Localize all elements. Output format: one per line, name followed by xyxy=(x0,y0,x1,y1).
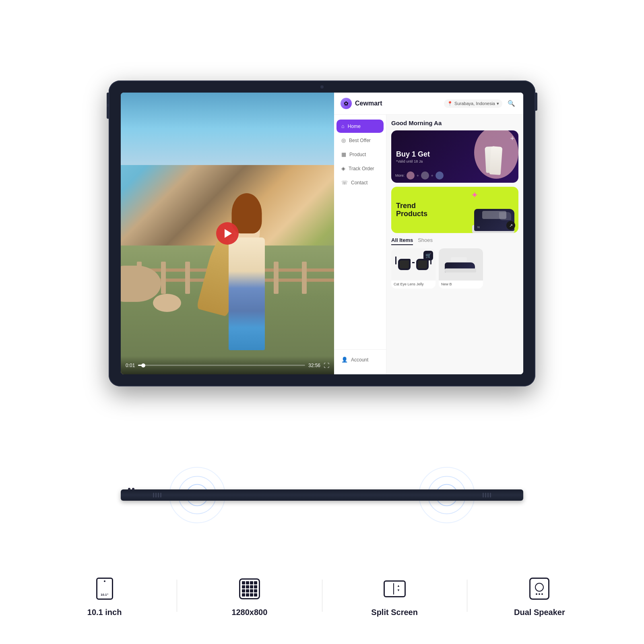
more-label: More: xyxy=(395,173,405,178)
nav-home-label: Home xyxy=(348,124,361,129)
split-icon-wrap: ▲ ▼ xyxy=(380,575,409,603)
tablet-camera-dot xyxy=(104,580,105,582)
track-icon: ◈ xyxy=(341,165,345,171)
location-text: Surabaya, Indonesia xyxy=(454,101,495,106)
nav-product-label: Product xyxy=(349,152,366,157)
grid-cell xyxy=(254,581,257,584)
power-button[interactable] xyxy=(535,93,537,111)
spec-size: 10.1 inch xyxy=(32,575,177,617)
search-button[interactable]: 🔍 xyxy=(506,98,517,109)
progress-bar[interactable] xyxy=(138,365,305,366)
grid-cell xyxy=(250,593,253,597)
grid-cell xyxy=(242,585,245,588)
add-to-cart-button-1[interactable]: 🛒 xyxy=(423,251,433,260)
speaker-circle-top xyxy=(535,583,544,592)
nav-product[interactable]: ▦ Product xyxy=(336,148,384,161)
product-label-1: Cat Eye Lens Jelly xyxy=(391,281,436,289)
location-button[interactable]: 📍 Surabaya, Indonesia ▾ xyxy=(444,99,502,108)
product-card-1[interactable]: 🛒 Cat Eye Lens Jelly xyxy=(391,248,436,289)
app-main-content: Good Morning Aa Buy 1 Get *Vali xyxy=(386,115,523,374)
progress-scrubber[interactable] xyxy=(141,363,145,367)
grid-cell xyxy=(242,593,245,597)
tablet-size-icon xyxy=(96,578,113,600)
promo-banner[interactable]: Buy 1 Get *Valid until 18 Ja + More: + + xyxy=(391,130,518,183)
fence-post xyxy=(161,262,166,294)
tab-shoes[interactable]: Shoes xyxy=(418,237,433,245)
app-sidebar: ⌂ Home ◎ Best Offer ▦ Product ◈ xyxy=(334,115,386,374)
grid-cell xyxy=(246,589,249,592)
grid-cell xyxy=(254,593,257,597)
person-body xyxy=(229,237,265,350)
items-grid: 🛒 Cat Eye Lens Jelly xyxy=(391,248,518,289)
speaker-dot xyxy=(485,493,486,497)
video-player[interactable]: 0:01 32:56 ⛶ xyxy=(121,93,334,374)
side-btn-1 xyxy=(128,488,130,490)
brand-mark: N xyxy=(477,225,480,229)
spec-size-label: 10.1 inch xyxy=(87,608,122,617)
items-tabs: All Items Shoes xyxy=(391,237,518,245)
spec-speaker-label: Dual Speaker xyxy=(514,608,565,617)
trend-star-icon: ✦ xyxy=(471,190,478,200)
speaker-dot-3 xyxy=(541,593,543,595)
app-header: ✿ Cewmart 📍 Surabaya, Indonesia ▾ 🔍 xyxy=(334,93,523,115)
trend-banner[interactable]: TrendProducts ✦ N xyxy=(391,187,518,233)
more-item-1[interactable] xyxy=(407,171,415,180)
scene-sky xyxy=(121,93,334,165)
play-icon xyxy=(225,229,232,238)
size-icon-wrap xyxy=(91,575,119,603)
side-btn-2 xyxy=(132,488,134,490)
more-item-2[interactable] xyxy=(421,171,429,180)
nav-track-order[interactable]: ◈ Track Order xyxy=(336,162,384,175)
play-button[interactable] xyxy=(216,222,239,245)
nav-contact-label: Contact xyxy=(351,180,367,186)
grid-cell xyxy=(246,593,249,597)
split-screen-icon: ▲ ▼ xyxy=(384,580,406,597)
product-image-1: 🛒 xyxy=(391,248,436,281)
product-card-2[interactable]: New B xyxy=(439,248,483,289)
volume-down-button[interactable] xyxy=(107,107,109,118)
nav-home[interactable]: ⌂ Home xyxy=(336,120,384,133)
sg-lens-left xyxy=(398,259,411,270)
sg-bridge xyxy=(412,262,415,263)
right-speaker-grille xyxy=(483,493,491,497)
grid-cell xyxy=(246,585,249,588)
nav-account[interactable]: 👤 Account xyxy=(336,353,384,366)
chevron-down-icon: ▾ xyxy=(497,101,499,106)
resolution-icon xyxy=(239,578,260,599)
shoe2-sole xyxy=(445,268,476,272)
trend-arrow-button[interactable]: ↗ xyxy=(506,221,515,230)
account-icon: 👤 xyxy=(341,357,348,363)
fullscreen-button[interactable]: ⛶ xyxy=(324,362,329,369)
contact-icon: ☏ xyxy=(341,180,348,186)
plus-sign2: + xyxy=(431,173,433,178)
time-current: 0:01 xyxy=(126,363,135,368)
location-pin-icon: 📍 xyxy=(447,101,453,106)
volume-up-button[interactable] xyxy=(107,93,109,104)
more-item-3[interactable] xyxy=(436,171,444,180)
trend-label: TrendProducts xyxy=(396,202,427,218)
spec-resolution: 1280x800 xyxy=(177,575,322,617)
speaker-dots-row xyxy=(536,593,543,595)
spec-split: ▲ ▼ Split Screen xyxy=(322,575,467,617)
specs-section: 10.1 inch 1280 xyxy=(0,547,644,644)
speaker-dot xyxy=(153,493,154,497)
nav-contact[interactable]: ☏ Contact xyxy=(336,176,384,189)
side-view-wrapper xyxy=(121,455,523,535)
split-left-panel xyxy=(386,583,394,594)
fence-post xyxy=(185,262,190,294)
split-arrow-up: ▲ xyxy=(395,584,402,588)
app-interface: ✿ Cewmart 📍 Surabaya, Indonesia ▾ 🔍 xyxy=(334,93,523,374)
spec-split-label: Split Screen xyxy=(371,608,418,617)
nav-best-offer[interactable]: ◎ Best Offer xyxy=(336,134,384,147)
tablet-side-body xyxy=(121,489,523,501)
shoe2-laces xyxy=(451,257,467,261)
speaker-dot xyxy=(490,493,491,497)
product-icon: ▦ xyxy=(341,151,346,157)
tab-all-items[interactable]: All Items xyxy=(391,237,413,245)
fence-post xyxy=(302,262,307,294)
grid-cell xyxy=(242,581,245,584)
product-label-2: New B xyxy=(439,281,483,289)
app-name: Cewmart xyxy=(355,100,382,107)
nav-best-offer-label: Best Offer xyxy=(349,138,371,143)
tablet-front-section: 0:01 32:56 ⛶ ✿ Cewmart 📍 xyxy=(0,0,644,443)
